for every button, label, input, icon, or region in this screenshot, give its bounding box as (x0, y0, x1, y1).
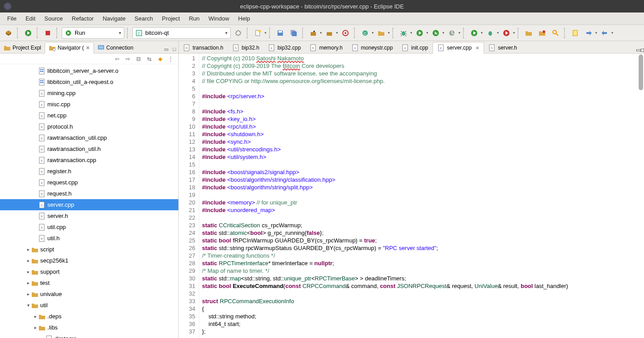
tree-file[interactable]: hrequest.h (0, 188, 178, 199)
tree-file[interactable]: crawtransaction.cpp (0, 154, 178, 166)
tree-file[interactable]: cutil.cpp (0, 221, 178, 233)
profile-button[interactable] (446, 27, 458, 39)
tree-file[interactable]: cserver.cpp (0, 199, 178, 210)
run-dropdown-button[interactable] (414, 27, 425, 39)
chevron-down-icon[interactable]: ▾ (595, 31, 597, 35)
new-folder-button[interactable] (375, 27, 387, 39)
tree-folder[interactable]: ▸secp256k1 (0, 255, 178, 266)
next-annotation-button[interactable] (583, 27, 594, 39)
tab-navigator[interactable]: Navigator ( ✕ (45, 42, 94, 54)
tree-folder[interactable]: ▸test (0, 277, 178, 288)
editor-tab[interactable]: h memory.h (305, 42, 347, 53)
collapse-all-icon[interactable]: ⊟ (135, 55, 143, 63)
chevron-down-icon[interactable]: ▾ (426, 31, 428, 35)
open-task-button[interactable] (536, 27, 548, 39)
prev-annotation-button[interactable] (599, 27, 610, 39)
chevron-down-icon[interactable]: ▾ (336, 31, 338, 35)
tree-folder[interactable]: ▸script (0, 244, 178, 255)
tab-connection[interactable]: Connection (94, 42, 137, 53)
chevron-down-icon[interactable]: ▾ (320, 31, 322, 35)
editor-tab[interactable]: h server.h (484, 42, 522, 53)
debug-button[interactable] (398, 27, 409, 39)
editor-tab[interactable]: c init.cpp (397, 42, 433, 53)
tree-folder[interactable]: ▾util (0, 300, 178, 311)
menu-search[interactable]: Search (130, 13, 157, 24)
save-button[interactable] (274, 27, 286, 39)
minimize-view-icon[interactable]: ▭ (162, 45, 170, 53)
target-button[interactable] (340, 27, 351, 39)
menu-run[interactable]: Run (185, 13, 204, 24)
save-all-button[interactable] (288, 27, 299, 39)
close-icon[interactable]: ✕ (86, 45, 90, 51)
tree-folder[interactable]: ▸.libs (0, 322, 178, 333)
vertical-scrollbar[interactable] (639, 54, 643, 90)
tree-folder[interactable]: ▸support (0, 266, 178, 277)
menu-file[interactable]: File (3, 13, 21, 24)
launch-target-combo[interactable]: c bitcoin-qt ▾ (132, 27, 231, 39)
tree-file[interactable]: cnet.cpp (0, 110, 178, 121)
tree-file[interactable]: hserver.h (0, 210, 178, 221)
back-icon[interactable]: ⇦ (113, 55, 121, 63)
chevron-down-icon[interactable]: ▾ (410, 31, 412, 35)
run-button[interactable] (22, 27, 34, 39)
open-type-button[interactable] (523, 27, 535, 39)
editor-tab[interactable]: c server.cpp✕ (433, 42, 484, 54)
tree-file[interactable]: hutil.h (0, 233, 178, 244)
chevron-down-icon[interactable]: ▾ (388, 31, 390, 35)
editor-tab[interactable]: h transaction.h (179, 42, 228, 53)
minimize-editor-icon[interactable]: ▭ (636, 47, 641, 53)
filter-icon[interactable]: ◆ (156, 55, 164, 63)
chevron-down-icon[interactable]: ▾ (265, 31, 266, 35)
menu-source[interactable]: Source (40, 13, 67, 24)
tree-twisty-icon[interactable]: ▸ (25, 280, 31, 285)
tree-twisty-icon[interactable]: ▸ (25, 292, 31, 296)
tree-file[interactable]: dirstamp (0, 333, 178, 338)
tree-folder[interactable]: ▸univalue (0, 288, 178, 300)
tree-file[interactable]: hprotocol.h (0, 121, 178, 132)
chevron-down-icon[interactable]: ▾ (513, 31, 515, 35)
toggle-mark-button[interactable] (569, 27, 581, 39)
file-tree[interactable]: libbitcoin_server_a-server.olibbitcoin_u… (0, 64, 178, 338)
tree-twisty-icon[interactable]: ▸ (32, 314, 38, 319)
menu-edit[interactable]: Edit (21, 13, 40, 24)
coverage-button[interactable] (430, 27, 442, 39)
tree-twisty-icon[interactable]: ▾ (25, 303, 31, 308)
tab-project-explorer[interactable]: Project Expl (0, 42, 45, 53)
tree-twisty-icon[interactable]: ▸ (32, 325, 38, 330)
chevron-down-icon[interactable]: ▾ (442, 31, 444, 35)
menu-project[interactable]: Project (157, 13, 184, 24)
run-last-button[interactable] (468, 27, 480, 39)
chevron-down-icon[interactable]: ▾ (611, 31, 613, 35)
editor-tab[interactable]: c bip32.cpp (264, 42, 305, 53)
search-button[interactable] (550, 27, 561, 39)
stop-button[interactable] (42, 27, 54, 39)
debug-last-button[interactable] (484, 27, 496, 39)
tree-file[interactable]: libbitcoin_util_a-request.o (0, 76, 178, 88)
tree-file[interactable]: cmisc.cpp (0, 99, 178, 110)
tree-twisty-icon[interactable]: ▸ (25, 269, 31, 274)
menu-window[interactable]: Window (204, 13, 234, 24)
maximize-view-icon[interactable]: □ (170, 45, 178, 53)
chevron-down-icon[interactable]: ▾ (372, 31, 374, 35)
tree-file[interactable]: crawtransaction_util.cpp (0, 132, 178, 143)
chevron-down-icon[interactable]: ▾ (481, 31, 483, 35)
view-menu-icon[interactable]: ⋮ (167, 55, 175, 63)
code-editor[interactable]: // Copyright (c) 2010 Satoshi Nakamoto//… (199, 54, 644, 338)
menu-help[interactable]: Help (234, 13, 255, 24)
tree-file[interactable]: crequest.cpp (0, 177, 178, 188)
editor-tab[interactable]: c moneystr.cpp (347, 42, 397, 53)
menu-refactor[interactable]: Refactor (67, 13, 98, 24)
link-editor-icon[interactable]: ⇆ (145, 55, 153, 63)
tree-twisty-icon[interactable]: ▸ (25, 247, 31, 252)
tree-file[interactable]: cmining.cpp (0, 88, 178, 99)
editor-tab[interactable]: h bip32.h (228, 42, 264, 53)
tree-folder[interactable]: ▸.deps (0, 311, 178, 322)
tree-file[interactable]: libbitcoin_server_a-server.o (0, 65, 178, 76)
launch-config-button[interactable] (232, 27, 244, 39)
close-icon[interactable]: ✕ (476, 46, 479, 50)
chevron-down-icon[interactable]: ▾ (497, 31, 499, 35)
menu-navigate[interactable]: Navigate (98, 13, 130, 24)
launch-mode-combo[interactable]: Run ▾ (62, 27, 124, 39)
tree-file[interactable]: hrawtransaction_util.h (0, 143, 178, 154)
external-tools-button[interactable] (501, 27, 512, 39)
